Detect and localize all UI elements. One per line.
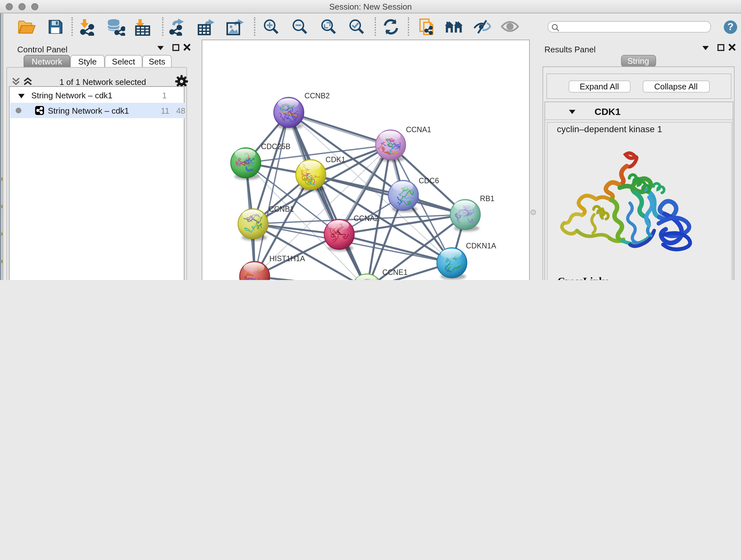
svg-text:CCNE1: CCNE1 xyxy=(382,268,408,276)
svg-text:CDKN1A: CDKN1A xyxy=(466,242,496,250)
svg-text:CCNB1: CCNB1 xyxy=(269,205,294,213)
svg-text:CCNB2: CCNB2 xyxy=(305,91,330,100)
svg-text:HIST1H1A: HIST1H1A xyxy=(269,254,305,263)
svg-text:CCNA2: CCNA2 xyxy=(354,214,379,223)
svg-text:CDC6: CDC6 xyxy=(419,177,439,185)
svg-text:CDK1: CDK1 xyxy=(326,155,345,164)
svg-text:RB1: RB1 xyxy=(480,194,495,203)
svg-text:CDC25B: CDC25B xyxy=(261,142,290,151)
svg-text:CCNA1: CCNA1 xyxy=(406,125,431,134)
